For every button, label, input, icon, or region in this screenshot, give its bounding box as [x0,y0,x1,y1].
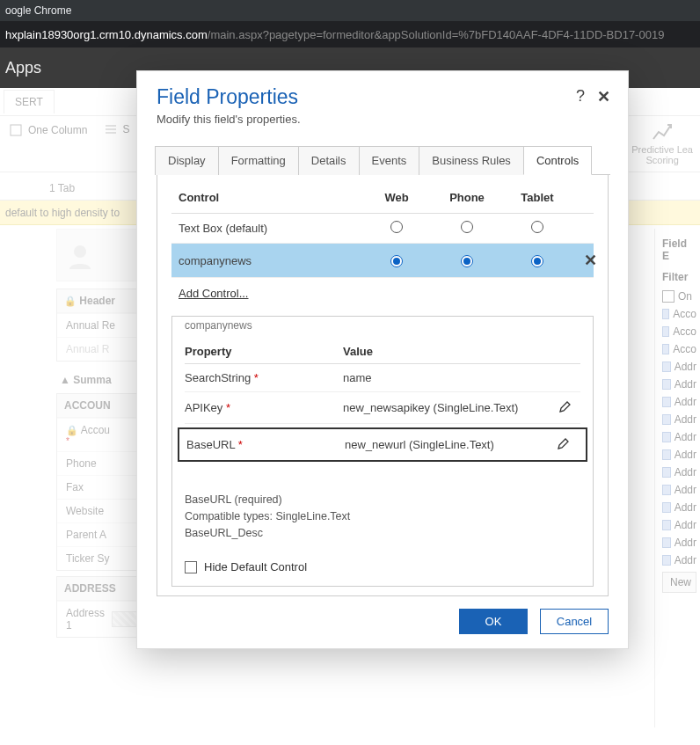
edit-icon[interactable] [558,399,572,413]
control-textbox-label: Text Box (default) [171,222,361,235]
dialog-button-row: OK Cancel [157,609,609,634]
desc-line2: Compatible types: SingleLine.Text [185,508,580,525]
prop-searchstring-value: name [343,371,551,384]
help-icon[interactable]: ? [576,87,585,106]
property-row-baseurl[interactable]: BaseURL * new_newurl (SingleLine.Text) [178,427,587,462]
property-row-apikey[interactable]: APIKey * new_newsapikey (SingleLine.Text… [185,392,580,424]
properties-header-row: Property Value [185,340,580,364]
radio-phone-textbox[interactable] [461,221,473,233]
controls-header-row: Control Web Phone Tablet [171,187,594,214]
cancel-button[interactable]: Cancel [540,609,609,634]
prop-searchstring-label: SearchString [185,371,251,384]
radio-web-textbox[interactable] [390,221,403,233]
dialog-tabs: Display Formatting Details Events Busine… [155,145,610,175]
col-value: Value [343,345,551,358]
url-path: /main.aspx?pagetype=formeditor&appSoluti… [208,28,665,41]
prop-apikey-label: APIKey [185,401,222,414]
hide-default-row[interactable]: Hide Default Control [185,560,580,573]
properties-panel: companynews Property Value SearchString … [171,316,594,587]
col-tablet: Tablet [502,191,572,204]
controls-panel: Control Web Phone Tablet Text Box (defau… [157,175,609,596]
field-properties-dialog: ? ✕ Field Properties Modify this field's… [136,70,629,649]
radio-tablet-textbox[interactable] [531,221,543,233]
col-web: Web [361,191,432,204]
control-companynews-label: companynews [171,254,361,267]
prop-baseurl-label: BaseURL [186,438,235,451]
edit-icon[interactable] [557,436,571,450]
control-row-companynews[interactable]: companynews ✕ [171,244,594,278]
desc-line3: BaseURL_Desc [185,525,580,542]
delete-control-button[interactable]: ✕ [572,251,608,270]
dialog-title: Field Properties [157,85,609,109]
app-bar-label: Apps [5,59,41,77]
col-phone: Phone [432,191,502,204]
col-control: Control [171,191,361,204]
chrome-url-bar[interactable]: hxplain18930org1.crm10.dynamics.com/main… [0,21,700,47]
close-icon[interactable]: ✕ [597,87,610,106]
radio-phone-companynews[interactable] [461,255,473,267]
hide-default-checkbox[interactable] [185,561,197,573]
prop-baseurl-value: new_newurl (SingleLine.Text) [345,438,549,451]
tab-formatting[interactable]: Formatting [218,146,299,175]
control-row-textbox[interactable]: Text Box (default) [171,214,594,244]
add-control-link[interactable]: Add Control... [179,287,249,300]
tab-display[interactable]: Display [155,146,219,175]
chrome-title-text: oogle Chrome [5,4,71,17]
tab-business-rules[interactable]: Business Rules [419,146,524,175]
properties-caption: companynews [185,316,580,339]
property-description: BaseURL (required) Compatible types: Sin… [185,492,580,541]
property-row-searchstring[interactable]: SearchString * name [185,364,580,392]
radio-web-companynews[interactable] [390,255,403,267]
tab-details[interactable]: Details [298,146,360,175]
prop-apikey-value: new_newsapikey (SingleLine.Text) [343,401,551,414]
desc-line1: BaseURL (required) [185,492,580,508]
tab-events[interactable]: Events [359,146,420,175]
hide-default-label: Hide Default Control [204,560,307,573]
col-property: Property [185,345,343,358]
tab-controls[interactable]: Controls [523,146,592,175]
radio-tablet-companynews[interactable] [531,255,543,267]
dialog-subtitle: Modify this field's properties. [157,113,609,126]
chrome-title-bar: oogle Chrome [0,0,700,21]
ok-button[interactable]: OK [459,609,528,634]
url-host: hxplain18930org1.crm10.dynamics.com [5,28,208,41]
